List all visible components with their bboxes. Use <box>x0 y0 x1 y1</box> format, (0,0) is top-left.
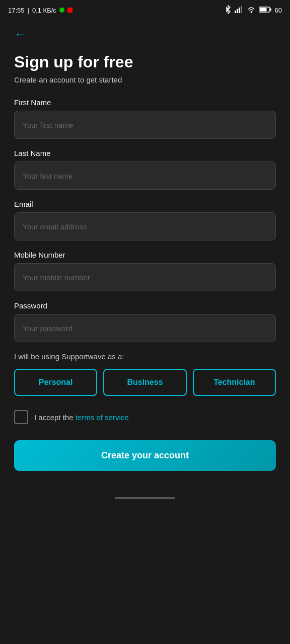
bottom-indicator <box>115 497 175 499</box>
password-input[interactable] <box>14 314 276 342</box>
password-group: Password <box>14 301 276 342</box>
terms-text: I accept the terms of service <box>34 413 129 422</box>
bottom-bar <box>0 491 290 503</box>
status-bar: 17:55 | 0,1 КБ/с <box>0 0 290 20</box>
svg-rect-4 <box>239 8 240 13</box>
svg-rect-5 <box>241 6 242 13</box>
time: 17:55 <box>8 7 25 14</box>
svg-rect-8 <box>259 8 266 11</box>
status-right: 60 <box>225 5 282 16</box>
first-name-input[interactable] <box>14 111 276 139</box>
back-button[interactable]: ← <box>14 28 26 40</box>
user-type-label: I will be using Supportwave as a: <box>14 352 276 361</box>
mobile-input[interactable] <box>14 263 276 291</box>
network-indicator <box>59 8 64 13</box>
last-name-group: Last Name <box>14 149 276 190</box>
create-account-button[interactable]: Create your account <box>14 440 276 471</box>
mobile-group: Mobile Number <box>14 251 276 291</box>
separator: | <box>28 7 29 14</box>
mobile-label: Mobile Number <box>14 251 276 259</box>
back-arrow-icon: ← <box>14 28 26 40</box>
user-type-business[interactable]: Business <box>103 369 186 396</box>
last-name-label: Last Name <box>14 149 276 157</box>
email-label: Email <box>14 200 276 208</box>
wifi-icon <box>247 6 256 15</box>
terms-row: I accept the terms of service <box>14 410 276 424</box>
signal-icon <box>235 6 244 15</box>
bluetooth-icon <box>225 5 232 16</box>
battery-icon <box>259 6 272 15</box>
terms-checkbox[interactable] <box>14 410 28 424</box>
page-title: Sign up for free <box>14 52 276 71</box>
user-type-buttons: Personal Business Technician <box>14 369 276 396</box>
svg-rect-2 <box>235 11 236 13</box>
first-name-label: First Name <box>14 98 276 107</box>
user-type-personal[interactable]: Personal <box>14 369 97 396</box>
password-label: Password <box>14 301 276 310</box>
app-indicator <box>67 8 72 13</box>
svg-point-6 <box>250 11 252 13</box>
svg-rect-9 <box>270 8 271 11</box>
data-speed: 0,1 КБ/с <box>32 7 56 14</box>
main-content: ← Sign up for free Create an account to … <box>0 20 290 491</box>
status-left: 17:55 | 0,1 КБ/с <box>8 7 72 14</box>
email-input[interactable] <box>14 212 276 240</box>
battery-percent: 60 <box>275 7 282 14</box>
svg-rect-3 <box>237 9 238 13</box>
last-name-input[interactable] <box>14 162 276 190</box>
email-group: Email <box>14 200 276 240</box>
terms-link[interactable]: terms of service <box>76 413 129 422</box>
first-name-group: First Name <box>14 98 276 139</box>
user-type-technician[interactable]: Technician <box>193 369 276 396</box>
page-subtitle: Create an account to get started <box>14 75 276 84</box>
